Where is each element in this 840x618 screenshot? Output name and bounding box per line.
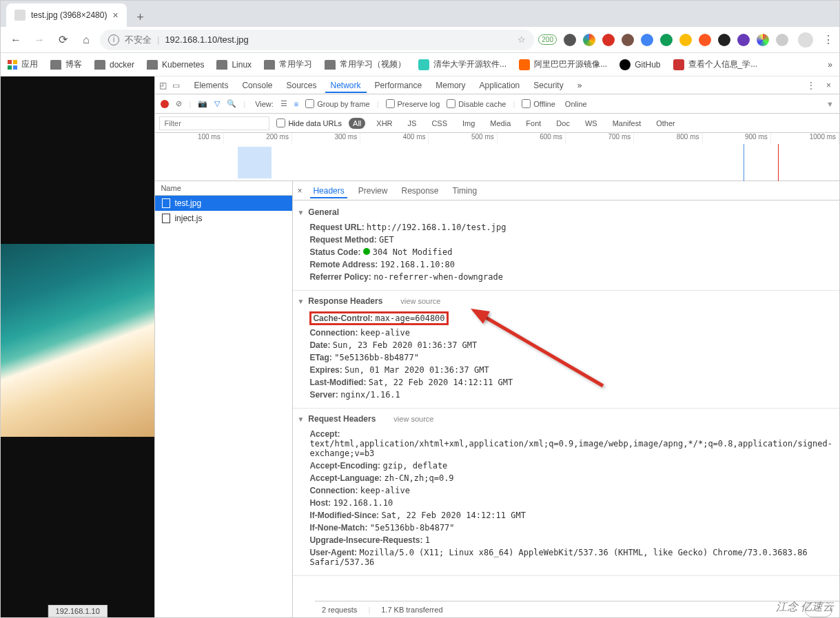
bookmark-folder[interactable]: Linux	[216, 60, 252, 70]
ext-icon-4[interactable]	[679, 34, 692, 46]
favicon	[14, 10, 25, 21]
tab-console[interactable]: Console	[236, 78, 278, 93]
bookmark-folder[interactable]: docker	[94, 60, 134, 70]
devtools-close-icon[interactable]: ×	[822, 81, 835, 90]
browser-tab[interactable]: test.jpg (3968×2480) ×	[6, 3, 127, 27]
filter-type-css[interactable]: CSS	[427, 118, 451, 129]
bookmark-link[interactable]: 清华大学开源软件...	[418, 59, 506, 70]
bookmark-link[interactable]: 查看个人信息_学...	[673, 59, 758, 70]
insecure-label: 不安全	[125, 34, 152, 46]
filter-type-all[interactable]: All	[349, 118, 365, 129]
filter-type-img[interactable]: Img	[458, 118, 479, 129]
group-by-frame-checkbox[interactable]: Group by frame	[305, 99, 369, 108]
throttling-select[interactable]: Online	[565, 100, 587, 108]
tab-strip: test.jpg (3968×2480) × +	[1, 1, 839, 27]
filter-type-manifest[interactable]: Manifest	[608, 118, 646, 129]
record-button[interactable]	[161, 100, 169, 108]
large-rows-icon[interactable]: ☰	[280, 99, 287, 108]
device-toolbar-icon[interactable]: ▭	[172, 81, 180, 90]
displayed-image	[1, 244, 154, 437]
capture-screenshots-icon[interactable]: 📷	[198, 99, 207, 108]
bookmark-link[interactable]: GitHub	[619, 59, 660, 70]
detail-tab-preview[interactable]: Preview	[356, 183, 391, 198]
request-row[interactable]: test.jpg	[155, 196, 292, 211]
ext-icon-5[interactable]	[699, 34, 711, 46]
tab-title: test.jpg (3968×2480)	[31, 10, 107, 20]
close-tab-icon[interactable]: ×	[112, 10, 118, 21]
tab-application[interactable]: Application	[474, 78, 526, 93]
status-code-value: 304 Not Modified	[373, 247, 453, 257]
bookmark-folder[interactable]: 常用学习（视频）	[325, 59, 406, 70]
offline-checkbox[interactable]: Offline	[522, 99, 555, 108]
filter-type-js[interactable]: JS	[404, 118, 421, 129]
omnibox[interactable]: i 不安全 | 192.168.1.10/test.jpg ☆	[100, 30, 534, 50]
detail-tab-headers[interactable]: Headers	[310, 183, 347, 198]
filter-type-other[interactable]: Other	[652, 118, 679, 129]
chrome-icon[interactable]	[583, 34, 595, 46]
filter-type-media[interactable]: Media	[486, 118, 515, 129]
view-source-link[interactable]: view source	[400, 297, 440, 305]
tab-elements[interactable]: Elements	[188, 78, 234, 93]
tab-memory[interactable]: Memory	[430, 78, 471, 93]
detail-body[interactable]: ▼General Request URL: http://192.168.1.1…	[293, 200, 839, 617]
ext-icon-7[interactable]	[737, 34, 750, 46]
inspect-icon[interactable]: ◰	[159, 81, 167, 90]
filter-type-ws[interactable]: WS	[581, 118, 602, 129]
tab-performance[interactable]: Performance	[369, 78, 428, 93]
disable-cache-checkbox[interactable]: Disable cache	[447, 99, 506, 108]
home-button[interactable]: ⌂	[76, 30, 96, 50]
ext-icon-2[interactable]	[622, 34, 634, 46]
abp-icon[interactable]	[602, 34, 615, 46]
filter-type-doc[interactable]: Doc	[552, 118, 574, 129]
tab-sources[interactable]: Sources	[280, 78, 322, 93]
bookmarks-overflow-icon[interactable]: »	[828, 60, 832, 70]
request-headers-title[interactable]: ▼Request Headersview source	[297, 414, 832, 424]
tabs-overflow[interactable]: »	[572, 78, 588, 93]
info-icon[interactable]: i	[108, 34, 119, 45]
waterfall-icon[interactable]: ≡	[294, 100, 298, 108]
close-detail-icon[interactable]: ×	[297, 186, 302, 196]
hide-data-urls-checkbox[interactable]: Hide data URLs	[276, 119, 342, 127]
bookmark-folder[interactable]: 常用学习	[264, 59, 312, 70]
bookmark-star-icon[interactable]: ☆	[518, 34, 526, 45]
apps-shortcut[interactable]: 应用	[8, 59, 38, 70]
watermark: 江念 亿速云	[776, 600, 834, 615]
filter-type-font[interactable]: Font	[522, 118, 545, 129]
bookmark-folder[interactable]: 博客	[50, 59, 82, 70]
filter-toggle-icon[interactable]: ▽	[214, 99, 220, 108]
name-column-header[interactable]: Name	[155, 181, 292, 196]
main-area: 192.168.1.10 ◰ ▭ Elements Console Source…	[1, 76, 839, 617]
ext-icon-9[interactable]	[776, 34, 788, 46]
detail-tab-timing[interactable]: Timing	[450, 183, 480, 198]
translate-icon[interactable]	[641, 34, 653, 46]
view-source-link[interactable]: view source	[393, 415, 433, 423]
filter-input[interactable]	[159, 116, 269, 130]
network-timeline[interactable]: 100 ms 200 ms 300 ms 400 ms 500 ms 600 m…	[155, 133, 839, 181]
site-icon	[519, 59, 530, 70]
search-icon[interactable]: 🔍	[227, 99, 236, 108]
back-button[interactable]: ←	[6, 30, 25, 50]
preserve-log-checkbox[interactable]: Preserve log	[386, 99, 440, 108]
tab-security[interactable]: Security	[528, 78, 568, 93]
request-url-value: http://192.168.1.10/test.jpg	[367, 223, 506, 232]
forward-button[interactable]: →	[30, 30, 49, 50]
ext-icon-6[interactable]	[718, 34, 730, 46]
throttling-dropdown-icon[interactable]: ▼	[826, 100, 834, 108]
bookmark-folder[interactable]: Kubernetes	[147, 60, 204, 70]
filter-type-xhr[interactable]: XHR	[372, 118, 396, 129]
request-row[interactable]: inject.js	[155, 211, 292, 226]
general-title[interactable]: ▼General	[297, 207, 832, 217]
profile-avatar[interactable]	[798, 32, 813, 48]
chrome-menu-icon[interactable]: ⋮	[823, 33, 834, 46]
new-tab-button[interactable]: +	[131, 8, 150, 27]
load-line	[778, 144, 779, 181]
reload-button[interactable]: ⟳	[53, 30, 72, 50]
devtools-menu-icon[interactable]: ⋮	[803, 81, 819, 90]
detail-tab-response[interactable]: Response	[398, 183, 441, 198]
ext-icon[interactable]	[564, 34, 576, 46]
clear-button[interactable]: ⊘	[176, 99, 182, 108]
bookmark-link[interactable]: 阿里巴巴开源镜像...	[519, 59, 607, 70]
ext-icon-3[interactable]	[660, 34, 673, 46]
tab-network[interactable]: Network	[325, 78, 367, 93]
ext-icon-8[interactable]	[757, 34, 769, 46]
